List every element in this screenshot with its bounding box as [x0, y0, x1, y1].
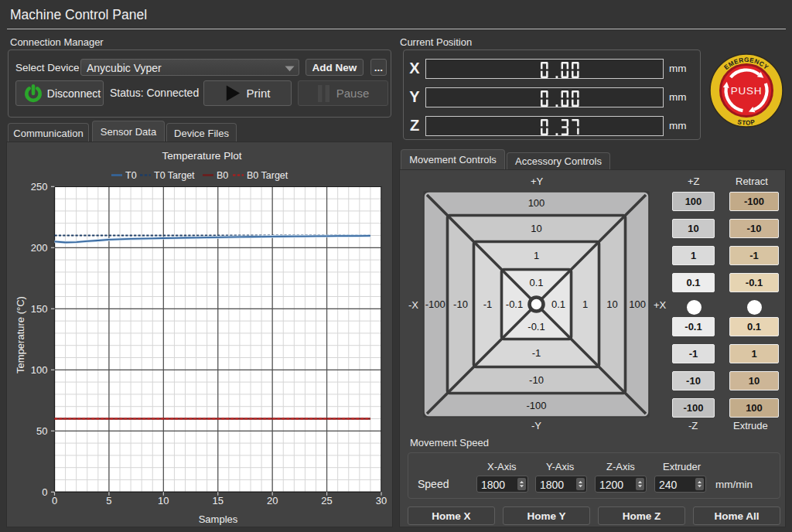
svg-text:Temperature (°C): Temperature (°C)	[15, 296, 26, 373]
svg-text:-0.1: -0.1	[527, 321, 544, 332]
svg-text:Temperature Plot: Temperature Plot	[162, 150, 242, 162]
svg-text:-1: -1	[483, 298, 493, 310]
svg-text:-100: -100	[526, 400, 546, 411]
svg-text:20: 20	[267, 495, 278, 506]
svg-text:250: 250	[31, 181, 48, 193]
svg-text:25: 25	[321, 495, 332, 506]
svg-text:0: 0	[42, 486, 47, 498]
svg-text:100: 100	[629, 298, 646, 310]
svg-text:T0 Target: T0 Target	[154, 170, 195, 181]
svg-text:STOP: STOP	[737, 118, 756, 127]
svg-text:30: 30	[376, 495, 387, 506]
svg-text:200: 200	[31, 242, 48, 254]
svg-text:10: 10	[531, 223, 541, 234]
svg-text:150: 150	[31, 303, 48, 315]
svg-text:B0: B0	[217, 170, 228, 181]
svg-text:0.1: 0.1	[551, 298, 565, 310]
svg-text:1: 1	[582, 298, 588, 310]
svg-text:1: 1	[534, 250, 539, 261]
svg-text:-0.1: -0.1	[506, 298, 523, 310]
svg-text:10: 10	[606, 298, 617, 310]
svg-text:Samples: Samples	[199, 513, 238, 525]
svg-text:-100: -100	[425, 298, 446, 310]
svg-text:50: 50	[36, 425, 47, 437]
svg-text:-10: -10	[529, 374, 544, 386]
svg-text:0: 0	[52, 495, 57, 506]
svg-text:T0: T0	[125, 170, 137, 181]
svg-text:100: 100	[31, 364, 48, 376]
svg-text:-1: -1	[532, 347, 541, 359]
svg-text:10: 10	[158, 495, 169, 506]
svg-text:0.1: 0.1	[529, 277, 543, 288]
svg-text:PUSH: PUSH	[731, 85, 763, 97]
svg-text:100: 100	[528, 197, 545, 209]
svg-text:B0 Target: B0 Target	[247, 170, 288, 181]
svg-text:15: 15	[213, 495, 224, 506]
svg-text:5: 5	[106, 495, 111, 506]
svg-text:-10: -10	[453, 298, 468, 310]
